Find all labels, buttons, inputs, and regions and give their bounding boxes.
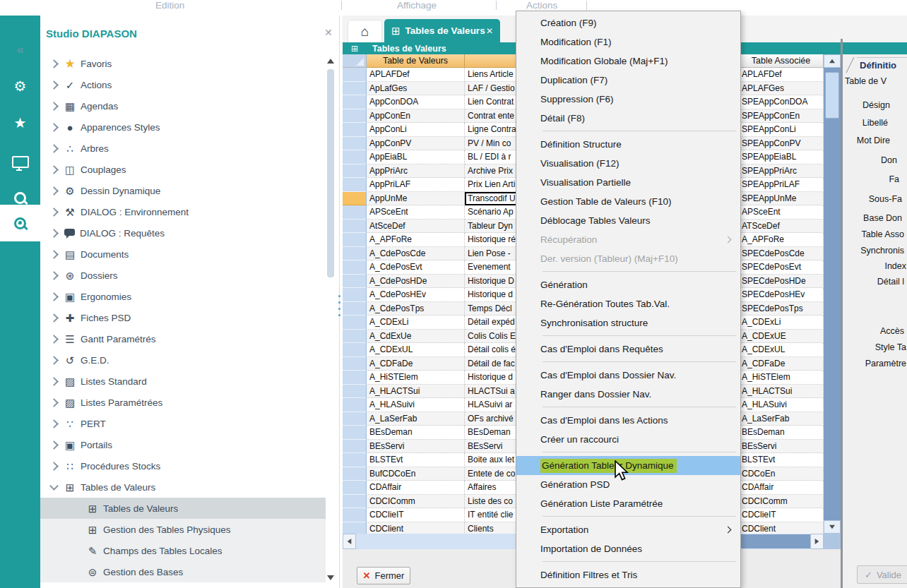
chevron-right-icon[interactable] xyxy=(49,165,59,174)
vertical-scrollbar[interactable] xyxy=(824,54,841,534)
row-selector[interactable] xyxy=(343,82,367,96)
sidebar-item-fiches-psd[interactable]: ✚Fiches PSD xyxy=(40,307,326,328)
menu-item-der-version-tableur-maj-f10-[interactable]: Der. version (Tableur) (Maj+F10) xyxy=(516,249,740,268)
cell-table-name[interactable]: A_HLASuivi xyxy=(367,398,465,412)
chevron-right-icon[interactable] xyxy=(49,356,59,365)
cell-table-name[interactable]: BEsDeman xyxy=(367,426,465,440)
menubar-item-affichage[interactable]: Affichage xyxy=(397,0,437,11)
chevron-right-icon[interactable] xyxy=(49,419,59,428)
sidebar-item-tables-de-valeurs[interactable]: ⊞Tables de Valeurs xyxy=(40,498,326,519)
cell-table-associee[interactable]: A_CDExLi xyxy=(739,316,824,330)
close-icon[interactable]: ✕ xyxy=(324,27,333,38)
rail-item-collapse-sidebar[interactable]: « xyxy=(0,33,40,64)
menu-item-cas-d-emploi-dans-dossier-nav-[interactable]: Cas d'Emploi dans Dossier Nav. xyxy=(516,366,740,385)
cell-table-name[interactable]: CDClieIT xyxy=(367,508,465,522)
chevron-right-icon[interactable] xyxy=(49,271,59,280)
row-selector[interactable] xyxy=(343,440,367,454)
cell-table-name[interactable]: CDCIComm xyxy=(367,495,465,509)
row-selector[interactable] xyxy=(343,164,367,179)
row-selector[interactable] xyxy=(343,522,367,534)
cell-table-name[interactable]: AppConPV xyxy=(367,137,465,151)
menu-item-duplication-f7-[interactable]: Duplication (F7) xyxy=(516,71,740,90)
cell-table-associee[interactable]: SPEAppUnMe xyxy=(739,192,824,206)
chevron-right-icon[interactable] xyxy=(49,102,59,111)
chevron-right-icon[interactable] xyxy=(49,440,59,450)
row-selector[interactable] xyxy=(343,481,367,495)
cell-table-name[interactable]: A_HLACTSui xyxy=(367,385,465,399)
sidebar-item-arbres[interactable]: ∴Arbres xyxy=(40,138,326,159)
row-selector[interactable] xyxy=(343,150,367,164)
chevron-right-icon[interactable] xyxy=(49,80,59,90)
menu-item-ranger-dans-dossier-nav-[interactable]: Ranger dans Dossier Nav. xyxy=(516,385,740,404)
cell-table-associee[interactable]: A_CDExUL xyxy=(739,343,824,357)
sidebar-item-dossiers[interactable]: ⊛Dossiers xyxy=(40,265,326,286)
cell-table-name[interactable]: A_HiSTElem xyxy=(367,371,465,385)
sidebar-item-gantt-param-tr-s[interactable]: ☰Gantt Paramétrés xyxy=(40,328,326,349)
cell-table-associee[interactable]: APLAFDef xyxy=(739,68,824,82)
sidebar-item-proc-dures-stocks[interactable]: ∷Procédures Stocks xyxy=(40,455,326,476)
row-selector[interactable] xyxy=(343,109,367,124)
sidebar-item-apparences-styles[interactable]: ●Apparences Styles xyxy=(40,116,326,138)
chevron-right-icon[interactable] xyxy=(49,186,59,196)
tab-close-icon[interactable]: ✕ xyxy=(486,26,493,36)
cell-table-name[interactable]: A_CdExUe xyxy=(367,330,465,344)
menu-item-d-finition-filtres-et-tris[interactable]: Définition Filtres et Tris xyxy=(516,565,740,584)
row-selector[interactable] xyxy=(343,343,367,357)
menu-item-d-finition-structure[interactable]: Définition Structure xyxy=(516,135,740,154)
vertical-scrollbar-thumb[interactable] xyxy=(825,72,839,119)
row-selector[interactable] xyxy=(343,426,367,440)
cell-table-associee[interactable]: A_LaSerFab xyxy=(739,412,824,426)
menubar-item-actions[interactable]: Actions xyxy=(526,0,557,11)
chevron-right-icon[interactable] xyxy=(49,313,59,323)
cell-table-name[interactable]: AppEiaBL xyxy=(367,150,465,164)
cell-table-name[interactable]: AppPriLAF xyxy=(367,178,465,192)
sidebar-item-dialog-requ-tes[interactable]: DIALOG : Requêtes xyxy=(40,222,326,244)
splitter-handle[interactable] xyxy=(338,314,340,316)
row-selector[interactable] xyxy=(343,123,367,137)
cell-table-name[interactable]: A_CdePosTps xyxy=(367,302,465,316)
row-selector[interactable] xyxy=(343,95,367,109)
row-selector[interactable] xyxy=(343,68,367,82)
scroll-down-icon[interactable] xyxy=(824,520,841,534)
cell-table-name[interactable]: CDClient xyxy=(367,522,465,534)
chevron-right-icon[interactable] xyxy=(49,250,59,259)
splitter-handle[interactable] xyxy=(338,295,340,297)
tree-scroll-down-icon[interactable] xyxy=(327,575,334,580)
cell-table-associee[interactable]: SPECdePosCde xyxy=(739,247,824,261)
cell-table-name[interactable]: A_CDFaDe xyxy=(367,357,465,371)
row-selector[interactable] xyxy=(343,288,367,302)
cell-table-name[interactable]: BEsServi xyxy=(367,440,465,454)
chevron-right-icon[interactable] xyxy=(49,398,59,407)
cell-table-name[interactable]: APSceEnt xyxy=(367,205,465,220)
cell-table-associee[interactable]: A_HLASuivi xyxy=(739,398,824,412)
cell-table-associee[interactable]: APSceEnt xyxy=(739,205,824,220)
chevron-right-icon[interactable] xyxy=(49,462,59,471)
sidebar-item-tables-de-valeurs[interactable]: ⊞Tables de Valeurs xyxy=(40,476,326,498)
cell-table-name[interactable]: A_CdePosHEv xyxy=(367,288,465,302)
row-selector[interactable] xyxy=(343,178,367,192)
chevron-right-icon[interactable] xyxy=(49,292,59,301)
chevron-down-icon[interactable] xyxy=(49,481,59,491)
chevron-right-icon[interactable] xyxy=(49,229,59,238)
row-selector[interactable] xyxy=(343,316,367,330)
select-all-corner[interactable] xyxy=(343,54,367,68)
cell-table-associee[interactable]: CDCIComm xyxy=(739,495,824,509)
cell-table-name[interactable]: A_APFoRe xyxy=(367,233,465,247)
menu-item-re-g-n-ration-toutes-tab-val-[interactable]: Re-Génération Toutes Tab.Val. xyxy=(516,294,740,313)
row-selector[interactable] xyxy=(343,247,367,261)
row-selector[interactable] xyxy=(343,137,367,151)
cell-table-name[interactable]: A_CDExLi xyxy=(367,316,465,330)
row-selector[interactable] xyxy=(343,220,367,234)
menu-item-gestion-table-de-valeurs-f10-[interactable]: Gestion Table de Valeurs (F10) xyxy=(516,192,740,211)
fermer-button[interactable]: ✕ Fermer xyxy=(357,567,410,584)
menu-item-modification-f1-[interactable]: Modification (F1) xyxy=(516,32,740,52)
tree-scrollbar-thumb[interactable] xyxy=(327,69,334,277)
menu-item-suppression-f6-[interactable]: Suppression (F6) xyxy=(516,90,740,109)
menu-item-cas-d-emploi-dans-requ-tes[interactable]: Cas d'Emploi dans Requêtes xyxy=(516,340,740,359)
cell-table-name[interactable]: AppConDOA xyxy=(367,95,465,109)
menubar-item-edition[interactable]: Edition xyxy=(155,0,184,11)
cell-table-associee[interactable]: SPEAppConEn xyxy=(739,109,824,124)
row-selector[interactable] xyxy=(343,453,367,467)
row-selector[interactable] xyxy=(343,357,367,371)
splitter-handle[interactable] xyxy=(338,308,340,310)
